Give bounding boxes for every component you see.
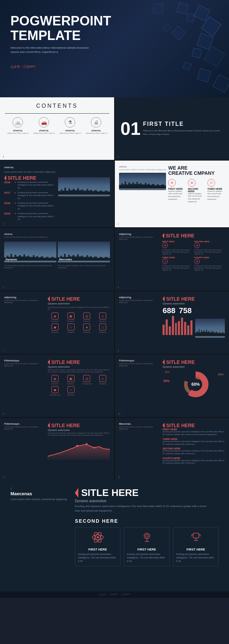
page-footer: 公众号：三石PPT 三石PPT: [0, 592, 229, 598]
feature-1: ⊕ FIRST HERE exterior updates with a fre…: [168, 179, 185, 203]
icon2-3: ◎ Pacing img: [80, 375, 94, 385]
slide8-city: [195, 317, 225, 340]
slide-num-10: 10: [118, 413, 120, 415]
slide7-layout: adipiscing. Lorem ipsum dolor sit amet, …: [4, 296, 110, 333]
slide-num-5: 5: [3, 286, 4, 288]
icon2-6: ○ Dynamic,: [64, 386, 78, 396]
icon2-box-1: ◈: [52, 375, 58, 382]
city-image-2: [119, 173, 166, 190]
slide6-right: SITLE HERE FIRST HERE ⊕ Exciting and dyn…: [162, 233, 225, 271]
section-item-4: FOURTH HERE Exciting and dynamic automot…: [163, 457, 225, 465]
contents-icon-1: 🚲: [13, 117, 23, 128]
hero-title: POGWERPOINT TEMPLATE: [10, 14, 219, 43]
pct-badge-4: 20%: [218, 373, 223, 376]
big-red-flag-icon: [75, 488, 78, 498]
stat-1: 688: [163, 306, 175, 315]
slide-num-8: 8: [118, 349, 119, 352]
city-skyline-2: [119, 180, 166, 188]
slides-grid: CONTENTS 🚲 viverra. adipiscing a litam s…: [0, 97, 229, 480]
bottom-cards: FIRST HERE Exciting and dynamic automoti…: [75, 527, 219, 566]
city-block-2: Mercedes The new edition updates with a …: [58, 239, 110, 269]
city-image-1: [58, 177, 110, 196]
contents-item-2: 🚗 viverra. adipiscing a litam sagit et: [33, 117, 55, 134]
icon2-1: ◈ Dynamic: [48, 375, 62, 385]
city-skyline-c: [195, 327, 225, 336]
red-flag-4: [163, 296, 165, 302]
timeline-bar-4: [15, 213, 16, 214]
contents-heading: CONTENTS: [5, 103, 109, 109]
city-img-c: [195, 319, 225, 338]
city-img-a: Dynamic: [4, 242, 56, 262]
slide10-title: SITLE HERE: [163, 359, 225, 365]
contents-icon-3: ⚗: [65, 117, 75, 128]
contents-item-1: 🚲 viverra. adipiscing a litam sagit et: [7, 117, 29, 134]
section-item-2: THIRD HERE Exciting and dynamic automoti…: [163, 438, 225, 446]
slide-pie-chart: Pellentesque. Lorem ipsum dolor sit amet…: [115, 354, 229, 417]
bar-9: [187, 325, 189, 335]
svg-text:60%: 60%: [191, 382, 200, 387]
red-flag-6: [163, 359, 165, 365]
slide9-right: SITLE HERE Dynamic automotive Exciting a…: [48, 359, 110, 396]
feature-icon-1: ⊕: [168, 179, 176, 187]
feature-icon-3: ⊙: [207, 179, 215, 187]
icon-item-3: ◎ Dynamic: [80, 312, 94, 322]
icon-item-7: ● Dynamic: [80, 324, 94, 333]
contents-icon-4: 🖨: [91, 117, 101, 128]
slide3-title: SITLE HERE: [4, 175, 56, 181]
slide-num-1: 1: [3, 155, 4, 158]
icon2-2: ◉ Dynamic.: [64, 375, 78, 385]
slide-num-3: 3: [3, 223, 4, 225]
bar-chart: [163, 319, 192, 335]
slide-num-11: 11: [3, 476, 6, 478]
icons-grid-1: ◈ Dynamic ◉ Dynamic ◎ Dynamic ◇ Dynamic: [48, 312, 110, 333]
slide-last: 2 Maecenas Lorem ipsum dolor sit amet, c…: [0, 480, 229, 592]
card-icon-2: [127, 531, 166, 546]
icon-item-8: □ Dynamic: [95, 324, 110, 333]
timeline-bar-1: [15, 182, 16, 183]
pie-chart-svg: 60%: [176, 369, 211, 400]
timeline-item-2: 2017 Exciting and dynamic automotive Int…: [4, 191, 56, 200]
timeline-item-3: 2018 Exciting and dynamic automotive Int…: [4, 202, 56, 210]
svg-point-4: [76, 445, 78, 447]
bar-7: [181, 318, 183, 335]
bar-3: [169, 326, 171, 335]
icon-box-1: ◈: [52, 312, 58, 319]
feat-icon-4: ⊛: [194, 259, 200, 264]
slide4-right: WE ARECREATIVE CMPANY ⊕ FIRST HERE exter…: [168, 165, 225, 203]
slide3-tag: viverra. Lorem ipsum dolor sit amet, con…: [4, 165, 110, 174]
slide7-right: SITLE HERE Dynamic automotive Exciting a…: [48, 296, 110, 333]
slide6-left: adipiscing. Lorem ipsum dolor sit amet, …: [119, 233, 161, 271]
stat-2: 758: [179, 306, 192, 315]
red-flag-8: [163, 423, 165, 428]
slide5-cities: Dynamic The new edition updates with a f…: [4, 239, 110, 269]
slide5-top: viverra. Lorem ipsum dolor sit amet, con…: [4, 233, 110, 238]
svg-point-10: [97, 536, 99, 538]
timeline-bar-2: [15, 192, 16, 193]
side5-left-text: viverra. Lorem ipsum dolor sit amet, con…: [4, 233, 110, 238]
card-icon-3: [176, 531, 215, 546]
slide-list: Maecenas. Lorem ipsum dolor sit amet, co…: [115, 418, 229, 480]
bar-8: [184, 322, 186, 335]
card-icon-1: [78, 531, 117, 546]
slide8-right: SITLE HERE Dynamic automotive 688 758: [163, 296, 225, 340]
red-flag-icon: [4, 175, 6, 181]
slide9-layout: Pellentesque. Lorem ipsum dolor sit amet…: [4, 359, 110, 396]
bar-1: [163, 325, 165, 335]
slide11-right: SITLE HERE Dynamic automotive Exciting a…: [48, 423, 110, 456]
contents-items: 🚲 viverra. adipiscing a litam sagit et 🚗…: [5, 117, 109, 134]
bar-5: [175, 323, 177, 335]
hero-slide: POGWERPOINT TEMPLATE Welcome to the Merc…: [0, 0, 229, 97]
feat-3: THIRD HERE ⊙ Exciting and dynamic automo…: [162, 256, 193, 271]
footer-left: 公众号：三石PPT: [99, 593, 118, 596]
card-title-1: FIRST HERE: [78, 548, 117, 551]
slide11-layout: Pellentesque. Lorem ipsum dolor sit amet…: [4, 423, 110, 456]
contents-icon-2: 🚗: [39, 117, 49, 128]
slide-two-cities: viverra. Lorem ipsum dolor sit amet, con…: [0, 228, 114, 291]
slide8-stats: 688 758: [163, 306, 225, 315]
svg-rect-15: [193, 533, 199, 538]
icon2-4: ◇ Dynamic: [95, 375, 110, 385]
slide7-left: adipiscing. Lorem ipsum dolor sit amet, …: [4, 296, 46, 333]
line-chart-svg: [48, 439, 110, 460]
trophy-icon: [190, 531, 202, 544]
icon-box-3: ◎: [83, 312, 90, 319]
